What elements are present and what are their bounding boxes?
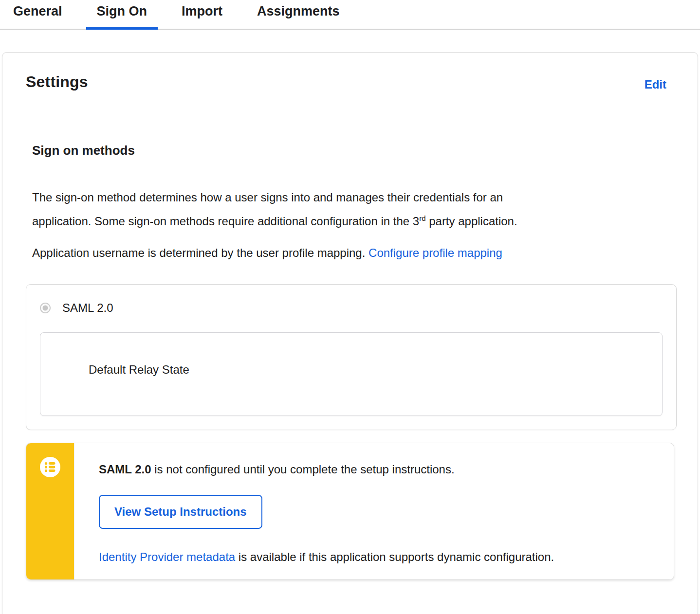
metadata-line: Identity Provider metadata is available … — [99, 549, 654, 565]
page-title: Settings — [26, 73, 88, 91]
card-header: Settings Edit — [2, 53, 698, 91]
section-title: Sign on methods — [32, 143, 677, 158]
saml-radio-label: SAML 2.0 — [62, 301, 113, 315]
description-superscript: rd — [419, 214, 425, 222]
configure-profile-mapping-link[interactable]: Configure profile mapping — [368, 246, 502, 259]
username-mapping-text: Application username is determined by th… — [32, 246, 368, 259]
saml-setup-callout: SAML 2.0 is not configured until you com… — [26, 443, 674, 580]
tab-sign-on[interactable]: Sign On — [86, 4, 158, 29]
sign-on-description: The sign-on method determines how a user… — [32, 185, 677, 233]
default-relay-state-label: Default Relay State — [89, 363, 189, 376]
edit-link[interactable]: Edit — [645, 78, 666, 91]
sign-on-content: Sign on methods The sign-on method deter… — [2, 143, 698, 580]
identity-provider-metadata-link[interactable]: Identity Provider metadata — [99, 550, 235, 563]
saml-radio[interactable] — [40, 303, 51, 313]
tab-bar: General Sign On Import Assignments — [0, 0, 700, 30]
relay-state-box: Default Relay State — [40, 332, 663, 416]
tab-general[interactable]: General — [2, 4, 73, 29]
metadata-text: is available if this application support… — [235, 550, 554, 563]
description-line-2-end: party application. — [426, 215, 517, 228]
settings-card: Settings Edit Sign on methods The sign-o… — [2, 52, 698, 614]
tab-assignments[interactable]: Assignments — [246, 4, 350, 29]
description-line-1: The sign-on method determines how a user… — [32, 191, 503, 204]
saml-radio-row: SAML 2.0 — [40, 301, 663, 315]
callout-accent-bar — [26, 443, 74, 579]
saml-method-box: SAML 2.0 Default Relay State — [26, 284, 677, 430]
list-icon — [40, 457, 60, 477]
view-setup-instructions-button[interactable]: View Setup Instructions — [99, 495, 262, 529]
tab-import[interactable]: Import — [171, 4, 233, 29]
callout-message: SAML 2.0 is not configured until you com… — [99, 462, 654, 477]
username-mapping-line: Application username is determined by th… — [32, 244, 677, 262]
description-line-2: application. Some sign-on methods requir… — [32, 215, 419, 228]
callout-message-bold: SAML 2.0 — [99, 463, 151, 476]
callout-message-text: is not configured until you complete the… — [151, 463, 455, 476]
callout-body: SAML 2.0 is not configured until you com… — [74, 443, 674, 579]
